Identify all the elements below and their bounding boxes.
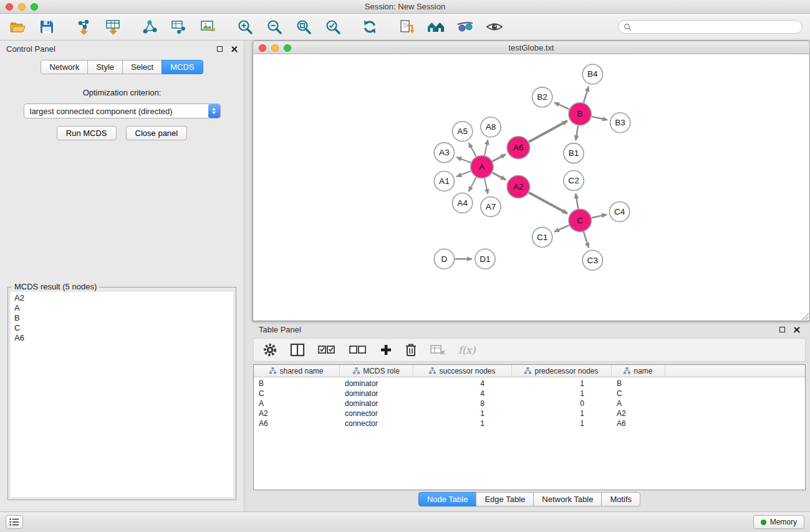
close-panel-button[interactable]: Close panel [126,126,188,140]
select-all-button[interactable] [317,344,336,356]
network-edge[interactable] [576,126,578,140]
table-cell[interactable]: 1 [512,409,612,418]
mcds-result-item[interactable]: A6 [14,333,229,343]
network-node[interactable]: D [434,249,454,269]
tab-style[interactable]: Style [87,60,123,74]
column-header[interactable]: predecessor nodes [512,365,612,377]
column-header[interactable]: shared name [254,365,340,377]
toolbar-search-box[interactable] [618,20,803,34]
task-history-button[interactable] [6,515,23,529]
style-glasses-button[interactable] [455,17,475,37]
network-edge[interactable] [529,193,567,214]
tab-edge-table[interactable]: Edge Table [476,492,534,506]
network-edge[interactable] [554,102,569,109]
table-cell[interactable]: connector [340,409,413,418]
network-edge[interactable] [584,87,589,103]
table-cell[interactable]: 1 [413,409,512,418]
network-node[interactable]: B4 [582,64,602,84]
close-network-window-button[interactable] [259,44,266,52]
network-edge[interactable] [485,178,488,194]
table-cell[interactable]: connector [340,419,413,428]
mcds-result-item[interactable]: C [14,323,229,333]
table-cell[interactable]: A6 [612,419,665,428]
network-window-titlebar[interactable]: testGlobe.txt [253,41,810,54]
mcds-result-list[interactable]: A2ABCA6 [11,292,233,497]
network-node[interactable]: A5 [453,122,473,142]
network-node[interactable]: C1 [533,227,552,247]
network-node[interactable]: B3 [610,113,630,133]
tab-select[interactable]: Select [122,60,162,74]
table-cell[interactable]: A2 [612,409,665,418]
table-cell[interactable]: A2 [254,409,340,418]
tab-node-table[interactable]: Node Table [418,492,477,506]
table-cell[interactable]: dominator [340,389,413,398]
network-node[interactable]: C4 [609,201,629,221]
mcds-result-item[interactable]: A [14,303,229,313]
table-cell[interactable]: A [612,399,665,408]
tab-network-table[interactable]: Network Table [533,492,602,506]
float-panel-icon[interactable] [217,46,223,52]
resize-grip[interactable] [801,312,809,320]
import-table-button[interactable] [103,17,123,37]
network-node[interactable]: C3 [582,250,602,270]
network-graph[interactable]: B4B2BB3A5A8A6B1A3AA1C2A2A4A7C4CC1C3DD1 [253,54,809,321]
network-snapshot-button[interactable] [397,17,417,37]
import-network-button[interactable] [74,17,94,37]
network-node[interactable]: B2 [533,87,552,107]
optimization-criterion-dropdown[interactable]: largest connected component (directed) [24,104,221,118]
memory-button[interactable]: Memory [753,515,804,529]
table-cell[interactable]: A6 [254,419,340,428]
network-edge[interactable] [592,215,607,218]
tab-motifs[interactable]: Motifs [601,492,640,506]
network-node[interactable]: A7 [481,196,501,216]
network-node[interactable]: A4 [453,193,473,213]
network-node[interactable]: B1 [564,143,584,163]
table-row[interactable]: Adominator80A [254,399,805,409]
network-node[interactable]: C [569,209,591,231]
minimize-network-window-button[interactable] [271,44,279,52]
network-node[interactable]: B [569,103,591,125]
table-cell[interactable]: dominator [340,399,413,408]
network-node[interactable]: A2 [507,176,529,198]
table-cell[interactable]: 4 [413,389,512,398]
table-cell[interactable]: 0 [512,399,612,408]
column-header[interactable]: name [612,365,665,377]
birdseye-home-button[interactable] [426,17,446,37]
network-node[interactable]: A6 [507,137,529,159]
network-node[interactable]: D1 [475,249,495,269]
network-edge[interactable] [469,177,476,191]
network-edge[interactable] [456,157,471,163]
tab-network[interactable]: Network [41,60,88,74]
zoom-in-button[interactable] [235,17,255,37]
float-table-panel-icon[interactable] [779,327,785,332]
table-cell[interactable]: C [612,389,665,398]
table-cell[interactable]: 8 [413,399,512,408]
table-cell[interactable]: B [612,379,665,388]
table-cell[interactable]: 4 [413,379,512,388]
show-hide-button[interactable] [485,17,504,37]
table-cell[interactable]: 1 [512,389,612,398]
table-row[interactable]: A6connector11A6 [254,418,805,428]
network-canvas[interactable]: B4B2BB3A5A8A6B1A3AA1C2A2A4A7C4CC1C3DD1 [253,54,810,321]
table-cell[interactable]: 1 [512,379,612,388]
network-edge[interactable] [493,154,506,161]
zoom-out-button[interactable] [264,17,284,37]
zoom-window-button[interactable] [31,3,38,11]
export-image-button[interactable] [198,17,218,37]
zoom-selected-button[interactable] [323,17,343,37]
table-cell[interactable]: A [254,399,340,408]
mcds-result-item[interactable]: A2 [14,293,229,303]
network-edge[interactable] [529,121,567,142]
column-header[interactable]: MCDS role [340,365,413,377]
column-header[interactable]: successor nodes [413,365,512,377]
close-table-panel-icon[interactable] [793,326,800,333]
zoom-fit-button[interactable] [294,17,314,37]
network-node[interactable]: A [471,156,493,178]
network-edge[interactable] [469,143,476,157]
network-edge[interactable] [493,173,506,180]
network-edge[interactable] [584,231,589,248]
table-cell[interactable]: C [254,389,340,398]
network-node[interactable]: A8 [481,117,501,137]
network-edge[interactable] [592,117,607,120]
delete-table-button[interactable] [430,343,446,357]
